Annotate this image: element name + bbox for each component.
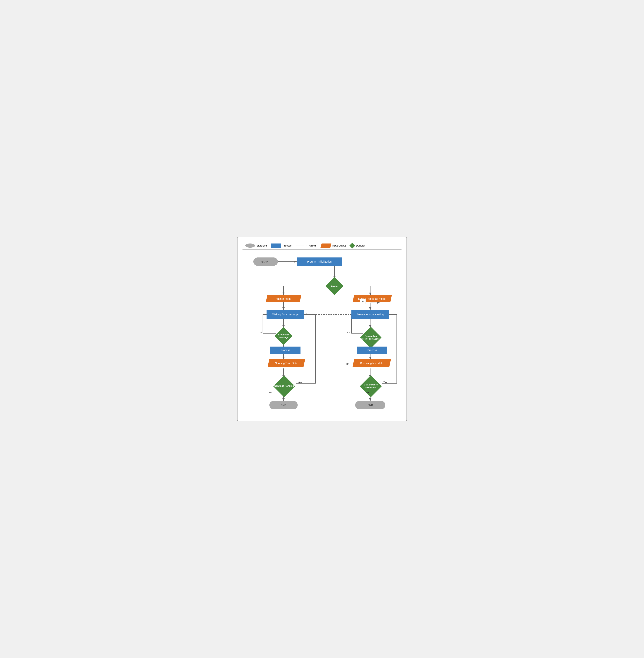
responding-no-label: No bbox=[347, 331, 350, 334]
broadcast-no-label: No bbox=[260, 331, 263, 334]
sending-time-label: Sending Time Data bbox=[275, 361, 297, 365]
message-broadcasting-label: Message broadcasting bbox=[357, 313, 384, 316]
process-left-label: Process bbox=[281, 349, 290, 352]
start-label: START bbox=[261, 260, 270, 263]
end-left-oval: END bbox=[269, 401, 298, 409]
legend-oval-shape bbox=[245, 243, 255, 248]
continue-no-label: No bbox=[269, 391, 272, 394]
end-right-oval: END bbox=[355, 401, 385, 409]
mode-diamond-wrap: Mode bbox=[325, 278, 344, 294]
legend-arrow-shape: ——→ bbox=[296, 243, 307, 248]
legend-io-label: Input/Output bbox=[332, 244, 346, 247]
anchor-mode-label: Anchor mode bbox=[276, 297, 291, 300]
broadcast-diamond-wrap: Broadcast message bbox=[274, 328, 293, 344]
legend-process: Process bbox=[271, 243, 292, 248]
receiving-time-shape: Receiving time data bbox=[352, 359, 391, 367]
legend-diamond-shape bbox=[349, 243, 355, 248]
legend-decision-label: Decision bbox=[356, 244, 365, 247]
process-right-box: Process bbox=[357, 347, 387, 354]
legend: Start/End Process ——→ Arrows Input/Outpu… bbox=[242, 242, 402, 249]
legend-arrows-label: Arrows bbox=[309, 244, 316, 247]
data-distance-no-label: No bbox=[366, 391, 369, 394]
legend-rect-shape bbox=[271, 243, 281, 248]
continue-yes-label: Yes bbox=[298, 381, 302, 384]
anchor-mode-shape: Anchor mode bbox=[266, 295, 301, 302]
program-init-box: Program initialization bbox=[297, 258, 342, 266]
legend-arrows: ——→ Arrows bbox=[296, 243, 316, 248]
mobile-robot-no-box: No bbox=[360, 299, 366, 304]
process-left-box: Process bbox=[270, 347, 300, 354]
responding-diamond-wrap: Responding received by anchor bbox=[361, 328, 381, 347]
legend-parallelogram-shape bbox=[321, 243, 331, 248]
message-broadcasting-box: Message broadcasting bbox=[351, 310, 389, 319]
mode-diamond bbox=[325, 277, 344, 295]
data-distance-diamond bbox=[360, 375, 382, 397]
legend-decision: Decision bbox=[350, 243, 365, 248]
data-distance-yes-label: Yes bbox=[383, 381, 387, 384]
continue-ranging-wrap: Continue Ranging bbox=[274, 377, 295, 396]
flowchart: START Program initialization Mode Anchor… bbox=[242, 254, 402, 416]
mobile-robot-no-label: No bbox=[362, 300, 364, 303]
broadcast-diamond bbox=[274, 327, 293, 345]
mobile-robot-shape: Mobile Robot tag model bbox=[352, 295, 392, 302]
program-init-label: Program initialization bbox=[307, 260, 331, 263]
end-right-label: END bbox=[367, 403, 373, 407]
waiting-box: Waiting for a message bbox=[267, 310, 304, 319]
sending-time-shape: Sending Time Data bbox=[268, 359, 305, 367]
process-right-label: Process bbox=[367, 349, 377, 352]
data-distance-wrap: Data Distance calculation bbox=[361, 377, 381, 396]
legend-start-end-label: Start/End bbox=[256, 244, 267, 247]
diagram-container: Start/End Process ——→ Arrows Input/Outpu… bbox=[237, 237, 407, 421]
legend-io: Input/Output bbox=[321, 243, 346, 248]
waiting-label: Waiting for a message bbox=[272, 313, 299, 316]
legend-process-label: Process bbox=[282, 244, 292, 247]
end-left-label: END bbox=[281, 403, 286, 407]
receiving-time-label: Receiving time data bbox=[360, 361, 383, 365]
legend-start-end: Start/End bbox=[245, 243, 267, 248]
responding-diamond bbox=[360, 327, 382, 348]
start-oval: START bbox=[253, 258, 278, 266]
continue-ranging-diamond bbox=[273, 375, 295, 397]
